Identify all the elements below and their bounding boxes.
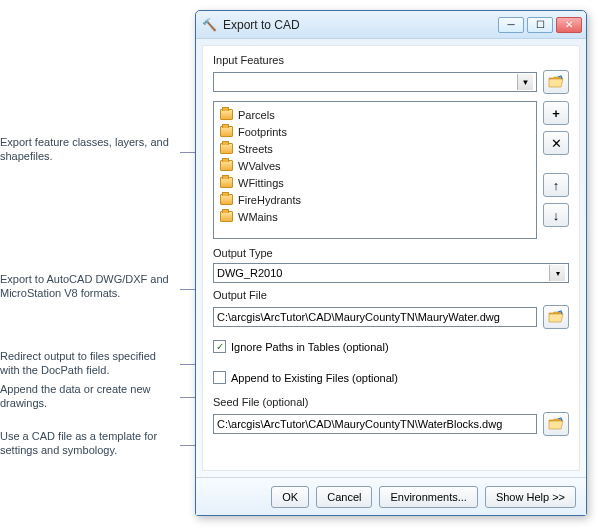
feature-class-icon xyxy=(220,109,233,120)
feature-class-icon xyxy=(220,194,233,205)
features-listbox[interactable]: ParcelsFootprintsStreetsWValvesWFittings… xyxy=(213,101,537,239)
input-features-label: Input Features xyxy=(213,54,569,66)
list-item-label: Footprints xyxy=(238,126,287,138)
seed-file-label: Seed File (optional) xyxy=(213,396,569,408)
minimize-button[interactable]: ─ xyxy=(498,17,524,33)
maximize-button[interactable]: ☐ xyxy=(527,17,553,33)
plus-icon: + xyxy=(552,106,560,121)
cancel-button[interactable]: Cancel xyxy=(316,486,372,508)
output-type-label: Output Type xyxy=(213,247,569,259)
callout-seed: Use a CAD file as a template for setting… xyxy=(0,430,175,458)
list-item[interactable]: WValves xyxy=(220,157,530,174)
output-file-input[interactable] xyxy=(213,307,537,327)
list-item-label: WFittings xyxy=(238,177,284,189)
close-button[interactable]: ✕ xyxy=(556,17,582,33)
environments-button[interactable]: Environments... xyxy=(379,486,477,508)
titlebar: 🔨 Export to CAD ─ ☐ ✕ xyxy=(196,11,586,39)
browse-input-button[interactable] xyxy=(543,70,569,94)
arrow-down-icon: ↓ xyxy=(553,208,560,223)
x-icon: ✕ xyxy=(551,136,562,151)
ignore-paths-checkbox[interactable]: ✓ xyxy=(213,340,226,353)
list-item-label: WValves xyxy=(238,160,281,172)
append-label: Append to Existing Files (optional) xyxy=(231,372,398,384)
window-buttons: ─ ☐ ✕ xyxy=(498,17,582,33)
add-feature-button[interactable]: + xyxy=(543,101,569,125)
list-item[interactable]: WFittings xyxy=(220,174,530,191)
list-item[interactable]: WMains xyxy=(220,208,530,225)
append-checkbox[interactable] xyxy=(213,371,226,384)
dialog-footer: OK Cancel Environments... Show Help >> xyxy=(196,477,586,515)
folder-open-icon xyxy=(548,75,564,89)
list-item-label: FireHydrants xyxy=(238,194,301,206)
seed-file-input[interactable] xyxy=(213,414,537,434)
chevron-down-icon: ▾ xyxy=(549,265,565,281)
browse-output-button[interactable] xyxy=(543,305,569,329)
window-title: Export to CAD xyxy=(223,18,492,32)
dialog-body: Input Features ▼ ParcelsFootprintsStreet… xyxy=(202,45,580,471)
list-item[interactable]: Footprints xyxy=(220,123,530,140)
move-up-button[interactable]: ↑ xyxy=(543,173,569,197)
list-item-label: Streets xyxy=(238,143,273,155)
input-features-combo[interactable]: ▼ xyxy=(213,72,537,92)
feature-class-icon xyxy=(220,143,233,154)
move-down-button[interactable]: ↓ xyxy=(543,203,569,227)
callout-redirect: Redirect output to files specified with … xyxy=(0,350,175,378)
arrow-up-icon: ↑ xyxy=(553,178,560,193)
chevron-down-icon: ▼ xyxy=(517,74,533,90)
callout-append: Append the data or create new drawings. xyxy=(0,383,175,411)
tool-icon: 🔨 xyxy=(202,18,217,32)
folder-open-icon xyxy=(548,417,564,431)
feature-class-icon xyxy=(220,126,233,137)
list-item[interactable]: Streets xyxy=(220,140,530,157)
remove-feature-button[interactable]: ✕ xyxy=(543,131,569,155)
browse-seed-button[interactable] xyxy=(543,412,569,436)
list-item-label: WMains xyxy=(238,211,278,223)
callout-formats: Export to AutoCAD DWG/DXF and MicroStati… xyxy=(0,273,175,301)
output-type-combo[interactable]: DWG_R2010 ▾ xyxy=(213,263,569,283)
feature-class-icon xyxy=(220,211,233,222)
feature-class-icon xyxy=(220,160,233,171)
callout-features: Export feature classes, layers, and shap… xyxy=(0,136,175,164)
show-help-button[interactable]: Show Help >> xyxy=(485,486,576,508)
export-to-cad-dialog: 🔨 Export to CAD ─ ☐ ✕ Input Features ▼ xyxy=(195,10,587,516)
output-file-label: Output File xyxy=(213,289,569,301)
ok-button[interactable]: OK xyxy=(271,486,309,508)
feature-class-icon xyxy=(220,177,233,188)
ignore-paths-label: Ignore Paths in Tables (optional) xyxy=(231,341,389,353)
list-item-label: Parcels xyxy=(238,109,275,121)
folder-open-icon xyxy=(548,310,564,324)
list-item[interactable]: Parcels xyxy=(220,106,530,123)
output-type-value: DWG_R2010 xyxy=(217,267,282,279)
list-item[interactable]: FireHydrants xyxy=(220,191,530,208)
